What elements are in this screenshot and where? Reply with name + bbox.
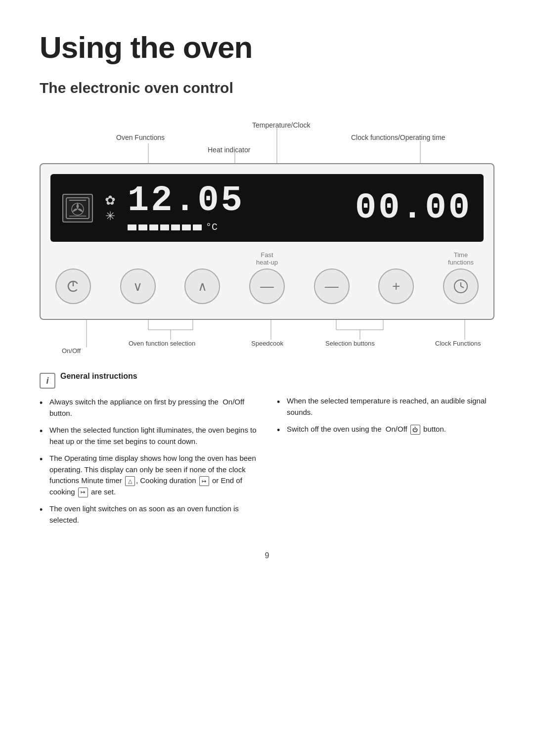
- cooking-duration-icon: ↦: [199, 476, 209, 486]
- svg-line-12: [461, 286, 464, 288]
- label-clock-functions: Clock Functions: [435, 340, 481, 347]
- info-column-right: When the selected temperature is reached…: [277, 396, 494, 532]
- oven-diagram: Oven Functions Temperature/Clock Heat in…: [40, 116, 494, 362]
- label-selection-buttons: Selection buttons: [325, 340, 375, 347]
- power-button-group: [55, 252, 91, 304]
- plus-button-group: +: [378, 252, 414, 304]
- temperature-display: 12.05 °C: [128, 183, 322, 233]
- info-box: i General instructions: [40, 372, 257, 389]
- heat-bar: °C: [128, 222, 218, 233]
- up-button[interactable]: ∧: [184, 268, 220, 304]
- celsius-label: °C: [206, 222, 218, 233]
- down-button[interactable]: ∨: [120, 268, 156, 304]
- down-button-group: ∨: [120, 252, 156, 304]
- minute-timer-icon: △: [125, 476, 135, 486]
- bullet-5: When the selected temperature is reached…: [277, 396, 494, 418]
- minus-button-group: —: [314, 252, 350, 304]
- bullet-3: The Operating time display shows how lon…: [40, 453, 257, 497]
- timefunc-button[interactable]: [443, 268, 479, 304]
- up-button-group: ∧: [184, 252, 220, 304]
- end-cooking-icon: ↦: [78, 488, 88, 497]
- info-section: i General instructions Always switch the…: [40, 372, 494, 532]
- bullet-1: Always switch the appliance on first by …: [40, 397, 257, 419]
- main-title: Using the oven: [40, 30, 494, 65]
- oven-function-icon: [62, 194, 93, 222]
- fastheat-label-text: Fastheat-up: [256, 251, 278, 267]
- info-icon: i: [40, 373, 55, 389]
- label-oven-func-sel: Oven function selection: [129, 340, 195, 347]
- snowflake-icon: ✳: [105, 209, 115, 223]
- minus-button[interactable]: —: [314, 268, 350, 304]
- timefunc-label-text: Timefunctions: [448, 251, 474, 267]
- temperature-value: 12.05: [128, 183, 244, 219]
- timefunc-button-group: Timefunctions: [443, 252, 479, 304]
- info-column-left: i General instructions Always switch the…: [40, 372, 257, 532]
- fastheat-button[interactable]: —: [249, 268, 285, 304]
- oven-panel: ✿ ✳ 12.05 °C: [40, 163, 494, 320]
- sun-icon: ✿: [105, 193, 116, 208]
- label-on-off: On/Off: [62, 347, 81, 355]
- top-connector-lines: [40, 116, 494, 163]
- info-title: General instructions: [60, 372, 137, 381]
- clock-value: 00.00: [355, 188, 472, 228]
- label-speedcook: Speedcook: [251, 340, 283, 347]
- plus-button[interactable]: +: [378, 268, 414, 304]
- bullet-4: The oven light switches on as soon as an…: [40, 503, 257, 526]
- power-button[interactable]: [55, 268, 91, 304]
- heat-indicator-icons: ✿ ✳: [105, 193, 116, 223]
- page-number: 9: [40, 551, 494, 560]
- buttons-row: ∨ ∧ Fastheat-up — — +: [50, 252, 484, 304]
- bullet-list-right: When the selected temperature is reached…: [277, 396, 494, 435]
- display-screen: ✿ ✳ 12.05 °C: [50, 174, 484, 242]
- bullet-6: Switch off the oven using the On/Off ⏻ b…: [277, 424, 494, 435]
- fastheat-label-top: Fastheat-up: [256, 252, 278, 267]
- fastheat-button-group: Fastheat-up —: [249, 252, 285, 304]
- bullet-2: When the selected function light illumin…: [40, 425, 257, 447]
- onoff-inline-icon: ⏻: [410, 425, 420, 435]
- bullet-list-left: Always switch the appliance on first by …: [40, 397, 257, 526]
- section-title: The electronic oven control: [40, 80, 494, 96]
- timefunc-label-top: Timefunctions: [448, 252, 474, 267]
- clock-display: 00.00: [345, 188, 472, 228]
